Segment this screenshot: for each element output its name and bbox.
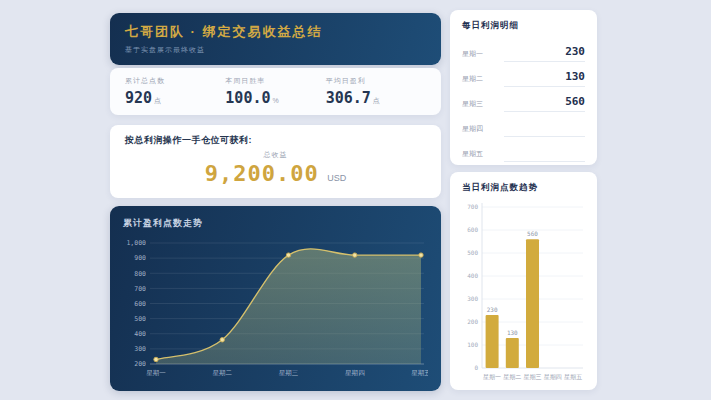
stat-label: 本周日胜率	[225, 76, 325, 86]
page-title: 七哥团队 · 绑定交易收益总结	[125, 23, 426, 41]
day-label: 星期四	[462, 124, 504, 137]
y-axis-tick-label: 700	[134, 285, 146, 293]
x-axis-tick-label: 星期五	[411, 369, 428, 376]
daily-row: 星期四	[462, 112, 585, 137]
day-label: 星期二	[462, 74, 504, 87]
profit-currency: USD	[327, 173, 346, 183]
data-point-marker	[286, 253, 290, 257]
y-axis-tick-label: 500	[134, 315, 146, 323]
bar-chart-title: 当日利润点数趋势	[462, 182, 587, 194]
daily-row: 星期五	[462, 137, 585, 162]
stat-total-points: 累计总点数 920点	[125, 76, 225, 109]
y-axis-tick-label: 300	[134, 345, 146, 353]
stat-unit: 点	[154, 97, 161, 104]
page-subtitle: 基于实盘展示最终收益	[125, 45, 426, 55]
y-axis-tick-label: 900	[134, 254, 146, 262]
stat-label: 累计总点数	[125, 76, 225, 86]
day-label: 星期三	[462, 99, 504, 112]
profit-value-row: 9,200.00 USD	[125, 161, 426, 186]
stat-unit: 点	[373, 97, 380, 104]
profit-heading: 按总利润操作一手仓位可获利:	[125, 134, 426, 147]
daily-profit-detail-card: 每日利润明细 星期一 230 星期二 130 星期三 560 星期四 星期五	[450, 10, 597, 165]
data-point-marker	[419, 253, 423, 257]
stat-value: 306.7点	[326, 89, 426, 107]
day-label: 星期一	[462, 49, 504, 62]
y-axis-tick-label: 700	[467, 203, 478, 210]
daily-profit-bar-chart: 0100200300400500600700230星期一130星期二560星期三…	[462, 197, 587, 390]
profit-card: 按总利润操作一手仓位可获利: 总收益 9,200.00 USD	[110, 125, 441, 198]
y-axis-tick-label: 1,000	[126, 239, 146, 247]
x-axis-tick-label: 星期四	[345, 369, 365, 376]
dashboard-page: { "header": { "title": "七哥团队 · 绑定交易收益总结"…	[0, 0, 711, 400]
y-axis-tick-label: 300	[467, 295, 478, 302]
bar-value-label: 560	[527, 230, 538, 237]
bar-value-label: 130	[507, 329, 518, 336]
stats-card: 累计总点数 920点 本周日胜率 100.0% 平均日盈利 306.7点	[110, 68, 441, 115]
y-axis-tick-label: 400	[467, 272, 478, 279]
stat-win-rate: 本周日胜率 100.0%	[225, 76, 325, 109]
stat-unit: %	[272, 97, 278, 104]
area-fill	[156, 249, 421, 364]
profit-total-value: 9,200.00	[205, 161, 319, 186]
x-axis-tick-label: 星期五	[564, 374, 582, 380]
daily-detail-rows: 星期一 230 星期二 130 星期三 560 星期四 星期五	[462, 37, 585, 162]
bar-value-label: 230	[487, 306, 498, 313]
x-axis-tick-label: 星期二	[503, 374, 521, 380]
y-axis-tick-label: 200	[467, 318, 478, 325]
line-chart-card: 累计盈利点数走势 2003004005006007008009001,000星期…	[110, 206, 441, 391]
data-point-marker	[220, 338, 224, 342]
day-value	[504, 145, 585, 162]
day-value: 230	[504, 45, 585, 62]
x-axis-tick-label: 星期三	[524, 374, 542, 380]
day-label: 星期五	[462, 149, 504, 162]
day-value	[504, 120, 585, 137]
daily-row: 星期二 130	[462, 62, 585, 87]
data-point-marker	[353, 253, 357, 257]
bar	[526, 239, 539, 368]
x-axis-tick-label: 星期一	[483, 374, 501, 380]
x-axis-tick-label: 星期四	[544, 374, 562, 381]
bar	[506, 338, 519, 368]
daily-row: 星期三 560	[462, 87, 585, 112]
day-value: 560	[504, 95, 585, 112]
stat-value: 100.0%	[225, 89, 325, 107]
profit-total-label: 总收益	[125, 150, 426, 160]
stat-label: 平均日盈利	[326, 76, 426, 86]
line-chart-title: 累计盈利点数走势	[123, 217, 428, 230]
daily-trend-card: 当日利润点数趋势 0100200300400500600700230星期一130…	[450, 172, 597, 390]
y-axis-tick-label: 400	[134, 330, 146, 338]
data-point-marker	[154, 357, 158, 361]
x-axis-tick-label: 星期二	[213, 369, 233, 376]
stat-daily-average: 平均日盈利 306.7点	[326, 76, 426, 109]
y-axis-tick-label: 200	[134, 360, 146, 368]
cumulative-profit-line-chart: 2003004005006007008009001,000星期一星期二星期三星期…	[123, 233, 428, 383]
summary-panel: 七哥团队 · 绑定交易收益总结 基于实盘展示最终收益 累计总点数 920点 本周…	[110, 13, 441, 391]
daily-row: 星期一 230	[462, 37, 585, 62]
y-axis-tick-label: 100	[467, 341, 478, 348]
stat-value: 920点	[125, 89, 225, 107]
day-value: 130	[504, 70, 585, 87]
y-axis-tick-label: 600	[467, 226, 478, 233]
header-card: 七哥团队 · 绑定交易收益总结 基于实盘展示最终收益	[110, 13, 441, 65]
bar	[486, 315, 499, 368]
x-axis-tick-label: 星期一	[146, 369, 166, 376]
y-axis-tick-label: 0	[474, 364, 478, 371]
daily-detail-title: 每日利润明细	[462, 20, 585, 32]
profit-total: 总收益 9,200.00 USD	[125, 150, 426, 186]
y-axis-tick-label: 800	[134, 270, 146, 278]
y-axis-tick-label: 600	[134, 300, 146, 308]
x-axis-tick-label: 星期三	[279, 369, 299, 376]
y-axis-tick-label: 500	[467, 249, 478, 256]
